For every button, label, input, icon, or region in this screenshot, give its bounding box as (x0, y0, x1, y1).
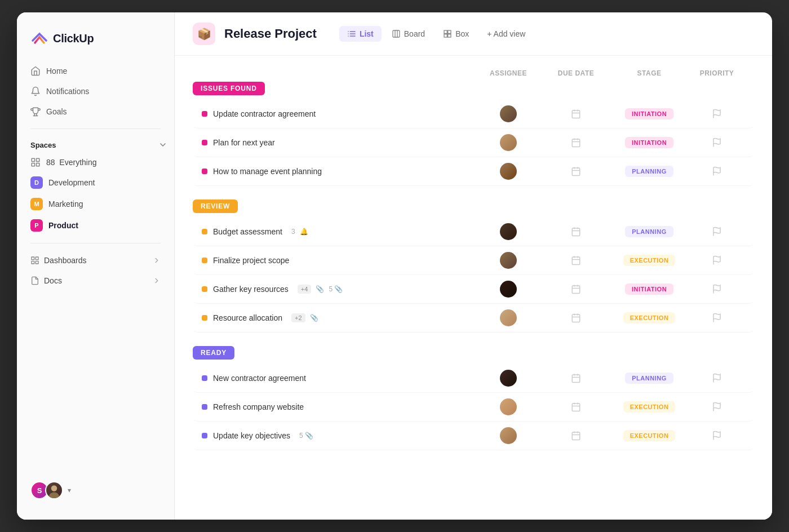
main-content: 📦 Release Project List Board Box + Add v… (175, 12, 772, 520)
due-date-cell[interactable] (542, 431, 610, 441)
user-face-icon (46, 481, 62, 499)
table-row[interactable]: Budget assessment 3 🔔 PLANNING (193, 218, 754, 246)
priority-cell (689, 402, 745, 412)
due-date-cell[interactable] (542, 166, 610, 176)
table-row[interactable]: Gather key resources +4 📎 5 📎 (193, 275, 754, 304)
task-meta: +2 📎 (291, 313, 318, 322)
task-name: Budget assessment (213, 227, 282, 236)
flag-icon (712, 431, 722, 441)
project-title: Release Project (224, 26, 317, 41)
table-row[interactable]: Refresh company website EXECUTION (193, 393, 754, 422)
svg-rect-4 (37, 163, 39, 166)
sidebar-item-development[interactable]: D Development (24, 172, 167, 193)
sidebar-item-home-label: Home (46, 66, 67, 76)
svg-rect-5 (32, 257, 34, 260)
assignee-cell (475, 398, 542, 415)
task-name: Gather key resources (213, 285, 289, 294)
sidebar-item-dashboards[interactable]: Dashboards (24, 250, 167, 271)
svg-rect-22 (444, 34, 447, 37)
view-tabs: List Board Box + Add view (339, 26, 533, 42)
user-menu-chevron[interactable]: ▾ (68, 486, 71, 494)
tab-list[interactable]: List (339, 26, 382, 42)
sidebar-item-everything[interactable]: 88 Everything (24, 153, 167, 172)
avatar (500, 309, 517, 326)
stage-badge: PLANNING (625, 226, 673, 237)
table-row[interactable]: Plan for next year INITIATION (193, 128, 754, 157)
avatar (500, 105, 517, 122)
table-row[interactable]: New contractor agreement PLANNING (193, 364, 754, 393)
task-name: Refresh company website (213, 402, 304, 411)
flag-icon (712, 373, 722, 383)
due-date-cell[interactable] (542, 109, 610, 119)
tab-board[interactable]: Board (384, 26, 433, 42)
due-date-cell[interactable] (542, 255, 610, 265)
task-name-cell: How to manage event planning (202, 167, 475, 176)
group-header-issues-found[interactable]: ISSUES FOUND (193, 82, 265, 95)
stage-cell: INITIATION (610, 108, 689, 119)
svg-point-9 (51, 485, 57, 491)
product-badge: P (30, 219, 43, 232)
header-priority: PRIORITY (689, 69, 745, 77)
due-date-cell[interactable] (542, 313, 610, 323)
calendar-icon (571, 227, 581, 237)
task-name: Plan for next year (213, 138, 275, 147)
task-name-cell: Update contractor agreement (202, 109, 475, 118)
user-avatars[interactable]: S (30, 481, 63, 499)
sidebar-item-goals[interactable]: Goals (24, 101, 167, 122)
svg-rect-20 (444, 30, 447, 33)
stage-badge: EXECUTION (623, 255, 676, 266)
header-due-date: DUE DATE (542, 69, 610, 77)
due-date-cell[interactable] (542, 373, 610, 383)
due-date-cell[interactable] (542, 227, 610, 237)
calendar-icon (571, 138, 581, 148)
sidebar-item-docs[interactable]: Docs (24, 271, 167, 291)
sidebar-item-home[interactable]: Home (24, 61, 167, 81)
table-row[interactable]: Finalize project scope EXECUTION (193, 246, 754, 275)
avatar (500, 134, 517, 151)
content-area: ASSIGNEE DUE DATE STAGE PRIORITY ISSUES … (175, 56, 772, 520)
doc-icon (30, 276, 39, 285)
stage-cell: INITIATION (610, 137, 689, 148)
group-issues-found: ISSUES FOUND Update contractor agreement (193, 82, 754, 186)
assignee-cell (475, 252, 542, 269)
avatar (500, 163, 517, 180)
svg-rect-49 (572, 286, 580, 294)
svg-rect-23 (448, 34, 451, 37)
chevron-down-icon[interactable] (158, 140, 167, 149)
priority-cell (689, 373, 745, 383)
due-date-cell[interactable] (542, 138, 610, 148)
clickup-logo-icon (30, 29, 48, 47)
chevron-right-icon-2 (153, 277, 161, 285)
table-row[interactable]: How to manage event planning PLANNING (193, 157, 754, 186)
svg-rect-1 (32, 158, 34, 161)
add-view-button[interactable]: + Add view (479, 26, 533, 42)
priority-cell (689, 227, 745, 237)
task-name-cell: Budget assessment 3 🔔 (202, 227, 475, 236)
assignee-cell (475, 281, 542, 298)
group-header-ready[interactable]: READY (193, 346, 234, 360)
assignee-cell (475, 427, 542, 444)
status-dot (202, 140, 207, 145)
table-row[interactable]: Update contractor agreement INITIATION (193, 100, 754, 128)
svg-rect-39 (572, 228, 580, 236)
sidebar-item-marketing[interactable]: M Marketing (24, 193, 167, 215)
sidebar-item-notifications[interactable]: Notifications (24, 81, 167, 101)
priority-cell (689, 109, 745, 119)
table-row[interactable]: Update key objectives 5 📎 EXECUTION (193, 422, 754, 450)
group-header-review[interactable]: REVIEW (193, 200, 238, 213)
task-name-cell: Resource allocation +2 📎 (202, 313, 475, 322)
assignee-cell (475, 163, 542, 180)
task-name-cell: Update key objectives 5 📎 (202, 431, 475, 440)
header-task (202, 69, 475, 77)
sidebar-footer: S ▾ (17, 472, 174, 508)
sidebar-item-product[interactable]: P Product (24, 215, 167, 236)
due-date-cell[interactable] (542, 284, 610, 294)
tab-board-label: Board (404, 29, 425, 38)
status-dot (202, 258, 207, 263)
table-row[interactable]: Resource allocation +2 📎 EXECUTION (193, 304, 754, 333)
calendar-icon (571, 402, 581, 412)
avatar (500, 281, 517, 298)
tab-box-label: Box (455, 29, 469, 38)
tab-box[interactable]: Box (435, 26, 477, 42)
due-date-cell[interactable] (542, 402, 610, 412)
